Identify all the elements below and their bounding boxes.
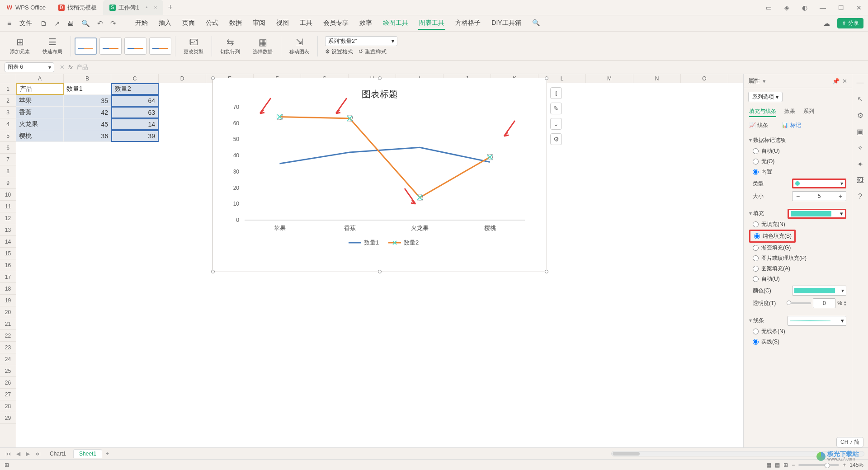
sheet-nav-prev[interactable]: ◀ <box>14 451 22 457</box>
window-minimize-icon[interactable]: — <box>814 4 832 11</box>
name-box[interactable]: 图表 6 ▾ <box>5 62 54 72</box>
chart-settings-button[interactable]: ⚙ <box>550 133 562 145</box>
rail-style-icon[interactable]: ✧ <box>855 143 865 153</box>
style-thumb-4[interactable] <box>149 38 171 55</box>
print-icon[interactable]: 🖶 <box>65 19 77 27</box>
tab-chart-tools[interactable]: 图表工具 <box>418 17 445 30</box>
radio-marker-auto[interactable]: 自动(U) <box>749 146 846 156</box>
chevron-down-icon[interactable]: ▾ <box>763 78 766 85</box>
sheet-nav-first[interactable]: ⏮ <box>4 451 13 457</box>
app-tab[interactable]: W WPS Office <box>0 0 52 15</box>
row-header[interactable]: 17 <box>0 271 16 283</box>
tab-diy[interactable]: DIY工具箱 <box>491 17 522 30</box>
style-thumb-1[interactable] <box>75 38 97 55</box>
row-header[interactable]: 2 <box>0 95 16 107</box>
fill-preview-select[interactable]: ▾ <box>788 209 846 219</box>
tab-page[interactable]: 页面 <box>181 17 196 30</box>
cell[interactable]: 产品 <box>16 83 64 95</box>
row-header[interactable]: 3 <box>0 107 16 118</box>
cell[interactable]: 苹果 <box>16 95 64 107</box>
row-header[interactable]: 15 <box>0 248 16 259</box>
line-preview-select[interactable]: ▾ <box>788 316 846 326</box>
undo-icon[interactable]: ↶ <box>94 19 106 28</box>
radio-fill-solid[interactable]: 纯色填充(S) <box>749 230 796 243</box>
tab-start[interactable]: 开始 <box>134 17 149 30</box>
row-header[interactable]: 4 <box>0 118 16 130</box>
increment-button[interactable]: + <box>835 192 846 200</box>
tab-member[interactable]: 会员专享 <box>322 17 349 30</box>
style-thumb-2[interactable] <box>99 38 122 55</box>
chart-elements-button[interactable]: ⫿ <box>550 87 562 99</box>
col-header[interactable]: C <box>111 74 159 83</box>
row-header[interactable]: 8 <box>0 165 16 177</box>
radio-marker-builtin[interactable]: 内置 <box>749 167 846 177</box>
row-header[interactable]: 19 <box>0 295 16 306</box>
col-header[interactable]: N <box>633 74 681 83</box>
section-marker-options[interactable]: 数据标记选项 <box>749 136 846 144</box>
rail-select-icon[interactable]: ↖ <box>855 94 865 104</box>
radio-fill-auto[interactable]: 自动(U) <box>749 274 846 284</box>
color-select[interactable]: ▾ <box>792 286 846 296</box>
rail-effects-icon[interactable]: ✦ <box>855 159 865 169</box>
formula-content[interactable]: 产品 <box>76 63 88 71</box>
tab-eff[interactable]: 效率 <box>359 17 373 30</box>
transparency-value-box[interactable]: 0 <box>813 298 835 308</box>
chart-object[interactable]: 图表标题 010203040506070苹果香蕉火龙果樱桃数量1数量2 ⫿ ✎ … <box>212 78 547 272</box>
sub-tab-line[interactable]: 📈 线条 <box>749 122 768 129</box>
radio-fill-picture[interactable]: 图片或纹理填充(P) <box>749 253 846 263</box>
fx-icon[interactable]: fx <box>68 64 73 70</box>
row-header[interactable]: 14 <box>0 236 16 248</box>
row-header[interactable]: 20 <box>0 306 16 318</box>
cell[interactable]: 数量2 <box>111 83 159 95</box>
tab-templates[interactable]: D 找稻壳模板 <box>52 0 103 15</box>
cell[interactable]: 39 <box>111 130 159 142</box>
tab-formula[interactable]: 公式 <box>205 17 219 30</box>
row-header[interactable]: 7 <box>0 154 16 165</box>
status-mode-icon[interactable]: ⊞ <box>5 462 9 468</box>
tab-fill-line[interactable]: 填充与线条 <box>749 108 776 117</box>
set-format-button[interactable]: ⚙ 设置格式 <box>325 48 353 56</box>
tab-effects[interactable]: 效果 <box>784 108 795 117</box>
zoom-out-button[interactable]: − <box>792 462 795 468</box>
cell[interactable]: 香蕉 <box>16 107 64 118</box>
row-header[interactable]: 18 <box>0 283 16 295</box>
add-element-button[interactable]: ⊞ 添加元素 <box>5 37 34 55</box>
row-header[interactable]: 11 <box>0 201 16 212</box>
rail-layers-icon[interactable]: ▣ <box>855 127 865 136</box>
rail-help-icon[interactable]: ? <box>855 192 865 202</box>
resize-handle[interactable] <box>545 270 548 273</box>
window-close-icon[interactable]: ✕ <box>850 4 868 11</box>
window-maximize-icon[interactable]: ☐ <box>832 4 850 11</box>
cancel-icon[interactable]: ✕ <box>60 64 65 70</box>
row-header[interactable]: 21 <box>0 318 16 330</box>
row-header[interactable]: 26 <box>0 377 16 389</box>
cell[interactable]: 数量1 <box>64 83 111 95</box>
zoom-in-button[interactable]: + <box>843 462 846 468</box>
sheet[interactable]: ABCDEFGHIJKLMNO 123456789101112131415161… <box>0 74 743 447</box>
move-chart-button[interactable]: ⇲ 移动图表 <box>285 37 314 55</box>
row-header[interactable]: 27 <box>0 389 16 400</box>
tab-grid[interactable]: 方格格子 <box>454 17 481 30</box>
close-panel-icon[interactable]: ✕ <box>842 78 847 85</box>
save-icon[interactable]: 🗋 <box>38 19 50 27</box>
close-tab-icon[interactable]: × <box>154 5 157 11</box>
sub-tab-marker[interactable]: 📊 标记 <box>782 122 801 129</box>
section-fill[interactable]: 填充 <box>749 210 788 217</box>
transparency-slider[interactable] <box>788 302 811 304</box>
window-compact-icon[interactable]: ▭ <box>760 4 778 11</box>
cell[interactable]: 45 <box>64 118 111 130</box>
redo-icon[interactable]: ↷ <box>108 19 119 28</box>
radio-line-solid[interactable]: 实线(S) <box>749 337 846 347</box>
cell[interactable]: 64 <box>111 95 159 107</box>
row-header[interactable]: 16 <box>0 259 16 271</box>
col-header[interactable]: A <box>16 74 64 83</box>
switch-rowcol-button[interactable]: ⇆ 切换行列 <box>216 37 245 55</box>
row-header[interactable]: 24 <box>0 353 16 365</box>
resize-handle[interactable] <box>211 76 215 80</box>
cell[interactable]: 35 <box>64 95 111 107</box>
tab-view[interactable]: 视图 <box>275 17 290 30</box>
radio-line-none[interactable]: 无线条(N) <box>749 326 846 337</box>
row-header[interactable]: 6 <box>0 142 16 154</box>
row-headers[interactable]: 1234567891011121314151617181920212223242… <box>0 83 16 447</box>
add-sheet-button[interactable]: + <box>104 451 111 457</box>
